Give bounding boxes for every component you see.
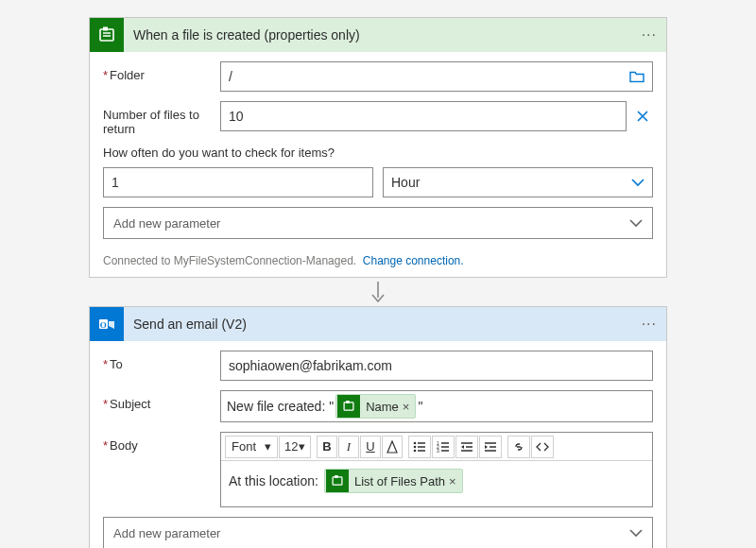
- svg-text:3: 3: [437, 448, 439, 453]
- bulleted-list-button[interactable]: [408, 436, 431, 458]
- trigger-footer: Connected to MyFileSystemConnection-Mana…: [90, 247, 666, 277]
- subject-label: *Subject: [103, 390, 220, 411]
- underline-button[interactable]: U: [360, 436, 381, 458]
- frequency-select[interactable]: Hour: [383, 167, 653, 197]
- trigger-card: When a file is created (properties only)…: [89, 17, 667, 278]
- trigger-header[interactable]: When a file is created (properties only)…: [90, 18, 666, 52]
- dynamic-token-name[interactable]: Name ×: [335, 394, 416, 419]
- subject-input[interactable]: New file created: " Name × ": [220, 390, 653, 422]
- action-menu-button[interactable]: ···: [642, 316, 657, 333]
- svg-rect-5: [346, 401, 350, 403]
- numfiles-clear-icon[interactable]: [632, 110, 653, 123]
- folder-input[interactable]: /: [220, 61, 653, 92]
- flow-arrow-icon: [0, 280, 756, 304]
- to-input[interactable]: sophiaowen@fabrikam.com: [220, 351, 653, 381]
- token-remove-icon[interactable]: ×: [403, 400, 410, 414]
- to-label: *To: [103, 351, 220, 371]
- numfiles-label: Number of files to return: [103, 101, 220, 136]
- folder-picker-icon[interactable]: [629, 71, 644, 83]
- body-content[interactable]: At this location: List of Files Path ×: [221, 461, 652, 506]
- dynamic-token-filepath[interactable]: List of Files Path ×: [324, 469, 463, 493]
- bold-button[interactable]: B: [317, 436, 337, 458]
- trigger-title: When a file is created (properties only): [124, 27, 642, 43]
- action-card: O Send an email (V2) ··· *To sophiaowen@…: [89, 306, 667, 548]
- italic-button[interactable]: I: [338, 436, 359, 458]
- font-color-button[interactable]: [382, 436, 403, 458]
- svg-text:O: O: [100, 320, 107, 330]
- svg-rect-4: [344, 402, 353, 410]
- action-title: Send an email (V2): [124, 317, 642, 332]
- svg-point-7: [414, 445, 417, 448]
- indent-button[interactable]: [479, 436, 502, 458]
- outlook-icon: O: [90, 307, 124, 341]
- chevron-down-icon: [631, 178, 644, 187]
- rich-text-toolbar: Font▾ 12▾ B I U: [221, 433, 652, 461]
- polling-question: How often do you want to check for items…: [103, 146, 653, 160]
- svg-rect-0: [100, 29, 113, 41]
- chevron-down-icon: [629, 528, 643, 538]
- trigger-menu-button[interactable]: ···: [642, 26, 657, 43]
- chevron-down-icon: [629, 218, 643, 228]
- link-button[interactable]: [507, 436, 530, 458]
- svg-rect-12: [333, 477, 342, 485]
- body-editor[interactable]: Font▾ 12▾ B I U: [220, 432, 653, 507]
- numbered-list-button[interactable]: 123: [432, 436, 455, 458]
- font-select[interactable]: Font▾: [225, 436, 278, 458]
- token-remove-icon[interactable]: ×: [449, 474, 456, 488]
- body-label: *Body: [103, 432, 220, 453]
- outdent-button[interactable]: [455, 436, 478, 458]
- svg-point-8: [414, 449, 417, 452]
- folder-label: *Folder: [103, 61, 220, 82]
- action-header[interactable]: O Send an email (V2) ···: [90, 307, 666, 341]
- numfiles-input[interactable]: 10: [220, 101, 627, 131]
- interval-input[interactable]: 1: [103, 167, 373, 197]
- filesystem-icon: [326, 470, 349, 492]
- filesystem-icon: [337, 395, 360, 418]
- change-connection-link[interactable]: Change connection.: [363, 254, 464, 267]
- svg-rect-13: [335, 475, 338, 478]
- add-parameter-select[interactable]: Add new parameter: [103, 207, 653, 239]
- font-size-select[interactable]: 12▾: [279, 436, 311, 458]
- filesystem-icon: [90, 18, 124, 52]
- add-parameter-select[interactable]: Add new parameter: [103, 517, 653, 548]
- svg-rect-1: [103, 27, 108, 31]
- code-view-button[interactable]: [531, 436, 554, 458]
- svg-point-6: [414, 441, 417, 444]
